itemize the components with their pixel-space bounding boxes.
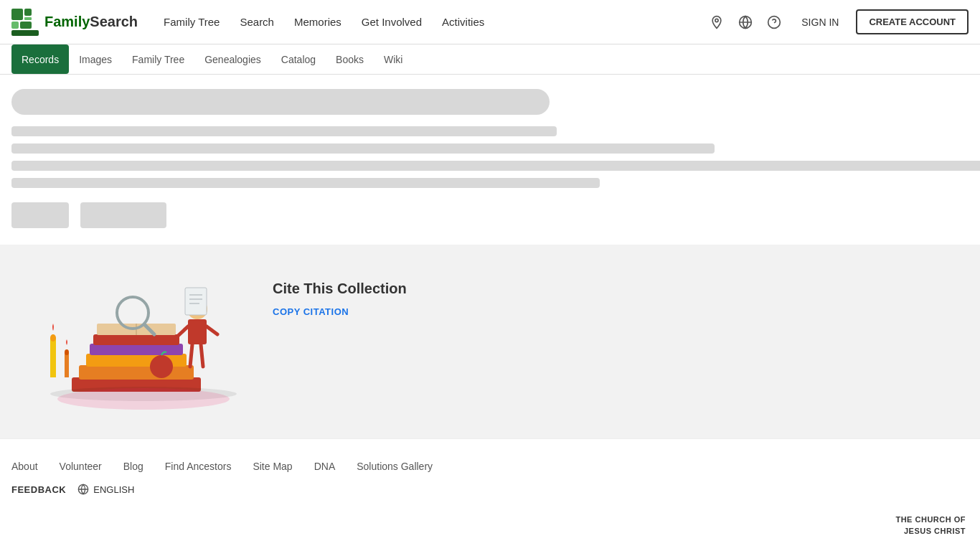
header-actions: SIGN IN CREATE ACCOUNT	[707, 9, 969, 34]
footer-find-ancestors[interactable]: Find Ancestors	[165, 461, 232, 472]
tab-family-tree[interactable]: Family Tree	[122, 44, 194, 74]
footer-volunteer[interactable]: Volunteer	[60, 461, 102, 472]
main-content	[0, 75, 980, 245]
svg-rect-11	[79, 365, 194, 380]
tab-genealogies[interactable]: Genealogies	[194, 44, 271, 74]
copy-citation-link[interactable]: COPY CITATION	[273, 306, 349, 317]
svg-point-17	[150, 355, 173, 378]
logo-link[interactable]: FamilySearch	[11, 9, 138, 36]
svg-rect-14	[93, 334, 179, 345]
skeleton-title	[11, 89, 550, 115]
cite-illustration-svg	[29, 266, 244, 417]
cite-content: Cite This Collection COPY CITATION	[273, 266, 951, 317]
svg-point-35	[57, 388, 230, 410]
svg-rect-18	[50, 338, 56, 377]
footer-dna[interactable]: DNA	[314, 461, 336, 472]
skeleton-line-3	[11, 161, 980, 171]
tab-images[interactable]: Images	[69, 44, 122, 74]
svg-rect-20	[65, 352, 69, 377]
svg-point-19	[50, 334, 56, 342]
svg-rect-30	[185, 288, 207, 315]
svg-rect-25	[188, 319, 207, 344]
globe-icon[interactable]	[735, 12, 755, 32]
language-label: ENGLISH	[93, 484, 134, 495]
nav-search[interactable]: Search	[231, 10, 283, 34]
svg-rect-5	[11, 30, 39, 36]
footer-links: About Volunteer Blog Find Ancestors Site…	[11, 461, 969, 472]
language-globe-icon	[77, 484, 89, 495]
svg-line-27	[207, 326, 217, 334]
help-icon[interactable]	[764, 12, 784, 32]
logo-icon	[11, 9, 39, 36]
svg-rect-0	[11, 9, 23, 20]
footer-blog[interactable]: Blog	[123, 461, 143, 472]
svg-rect-3	[11, 22, 19, 29]
svg-line-29	[201, 344, 203, 367]
svg-point-6	[715, 19, 718, 22]
cite-title: Cite This Collection	[273, 281, 951, 297]
main-nav: Family Tree Search Memories Get Involved…	[155, 10, 707, 34]
tab-books[interactable]: Books	[326, 44, 374, 74]
tab-records[interactable]: Records	[11, 44, 69, 74]
sub-nav: Records Images Family Tree Genealogies C…	[0, 44, 980, 75]
skeleton-line-2	[11, 143, 715, 154]
tab-catalog[interactable]: Catalog	[271, 44, 326, 74]
language-button[interactable]: ENGLISH	[77, 484, 134, 495]
svg-line-26	[176, 326, 188, 338]
svg-line-28	[190, 344, 192, 367]
skeleton-line-1	[11, 126, 557, 136]
nav-activities[interactable]: Activities	[433, 10, 493, 34]
nav-get-involved[interactable]: Get Involved	[353, 10, 430, 34]
svg-rect-4	[20, 22, 32, 29]
footer: About Volunteer Blog Find Ancestors Site…	[0, 438, 980, 509]
skeleton-buttons	[11, 202, 969, 230]
cite-illustration	[29, 266, 244, 417]
footer-bottom: FEEDBACK ENGLISH	[11, 484, 969, 495]
skeleton-btn-1	[11, 202, 69, 228]
footer-site-map[interactable]: Site Map	[253, 461, 292, 472]
sign-in-button[interactable]: SIGN IN	[793, 12, 847, 32]
skeleton-btn-2	[80, 202, 166, 228]
footer-about[interactable]: About	[11, 461, 38, 472]
main-header: FamilySearch Family Tree Search Memories…	[0, 0, 980, 44]
feedback-button[interactable]: FEEDBACK	[11, 484, 66, 495]
nav-memories[interactable]: Memories	[286, 10, 350, 34]
footer-solutions-gallery[interactable]: Solutions Gallery	[357, 461, 433, 472]
svg-point-21	[65, 349, 69, 355]
svg-rect-13	[90, 344, 183, 355]
svg-rect-1	[24, 9, 32, 16]
nav-family-tree[interactable]: Family Tree	[155, 10, 228, 34]
create-account-button[interactable]: CREATE ACCOUNT	[856, 9, 969, 34]
tab-wiki[interactable]: Wiki	[374, 44, 413, 74]
svg-rect-2	[24, 17, 32, 20]
location-icon[interactable]	[707, 12, 727, 32]
logo-text: FamilySearch	[44, 14, 138, 30]
skeleton-line-4	[11, 178, 600, 188]
cite-section: Cite This Collection COPY CITATION	[0, 245, 980, 438]
